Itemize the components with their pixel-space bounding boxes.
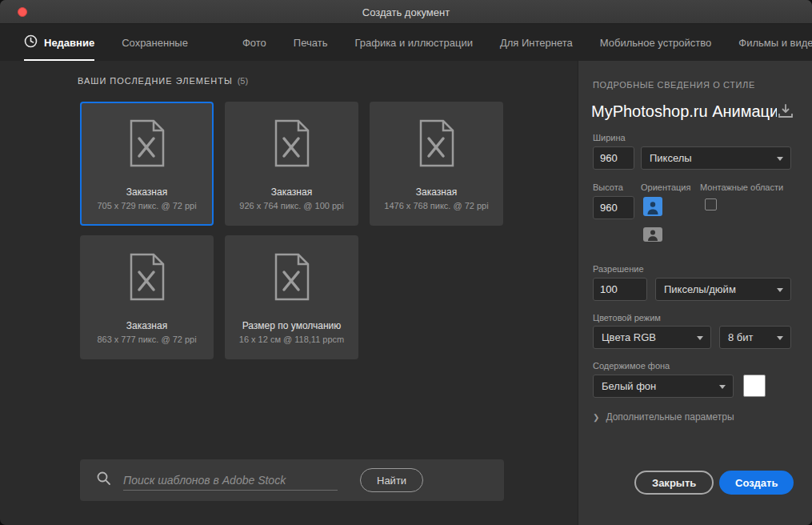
tab-label: Фото <box>242 37 266 49</box>
bit-depth-select[interactable]: 8 бит <box>719 326 791 349</box>
width-label: Ширина <box>593 133 626 142</box>
tab-label: Недавние <box>44 37 94 49</box>
recent-item-name: Заказная <box>271 186 312 198</box>
advanced-options-label: Дополнительные параметры <box>606 411 734 423</box>
document-icon <box>271 253 313 303</box>
background-color-swatch[interactable] <box>743 375 766 397</box>
width-input[interactable] <box>593 146 634 170</box>
recent-item-size: 1476 x 768 пикс. @ 72 ppi <box>384 201 488 210</box>
recent-item-size: 16 x 12 см @ 118,11 ppcm <box>239 335 344 344</box>
tab-bar: Недавние Сохраненные Фото Печать Графика… <box>0 24 812 61</box>
color-mode-select[interactable]: Цвета RGB <box>593 326 711 349</box>
resolution-unit-select[interactable]: Пикселы/дюйм <box>655 278 791 301</box>
background-label: Содержимое фона <box>593 361 670 371</box>
save-preset-icon <box>778 109 794 121</box>
width-unit-select[interactable]: Пикселы <box>641 146 791 170</box>
recent-item-name: Размер по умолчанию <box>242 320 342 331</box>
window-title: Создать документ <box>0 0 812 24</box>
bit-depth-value: 8 бит <box>728 331 754 343</box>
recent-item-2[interactable]: Заказная 926 x 764 пикс. @ 100 ppi <box>225 102 358 226</box>
background-value: Белый фон <box>602 380 656 392</box>
landscape-orientation-button[interactable] <box>642 224 663 245</box>
tab-mobile[interactable]: Мобильное устройство <box>600 24 712 61</box>
save-preset-button[interactable] <box>777 104 794 120</box>
tab-label: Фильмы и видео <box>738 37 812 49</box>
artboards-label: Монтажные области <box>700 182 783 192</box>
tab-label: Печать <box>294 37 328 49</box>
recent-item-1[interactable]: Заказная 705 x 729 пикс. @ 72 ppi <box>80 102 214 226</box>
close-button[interactable]: Закрыть <box>634 471 714 495</box>
document-title-input[interactable] <box>591 99 777 123</box>
tab-film-video[interactable]: Фильмы и видео <box>738 24 812 61</box>
portrait-orientation-button[interactable] <box>642 196 663 217</box>
tab-label: Графика и иллюстрации <box>354 37 472 49</box>
color-mode-value: Цвета RGB <box>602 331 656 343</box>
recent-header-text: ВАШИ ПОСЛЕДНИЕ ЭЛЕМЕНТЫ <box>78 76 233 86</box>
recent-item-size: 926 x 764 пикс. @ 100 ppi <box>239 201 343 210</box>
width-unit-value: Пикселы <box>650 152 692 164</box>
recent-item-4[interactable]: Заказная 863 x 777 пикс. @ 72 ppi <box>80 235 214 359</box>
recent-item-name: Заказная <box>126 186 167 198</box>
stock-search-input[interactable] <box>123 470 338 491</box>
document-icon <box>416 119 458 169</box>
tab-photo[interactable]: Фото <box>242 24 266 61</box>
tab-label: Для Интернета <box>500 37 573 49</box>
preset-details-panel: ПОДРОБНЫЕ СВЕДЕНИЯ О СТИЛЕ Ширина Пиксел… <box>578 61 812 525</box>
create-document-dialog: Создать документ Недавние Сохраненные Фо… <box>0 0 812 525</box>
tab-label: Сохраненные <box>122 37 188 49</box>
resolution-unit-value: Пикселы/дюйм <box>664 283 736 295</box>
clock-icon <box>24 34 38 50</box>
chevron-right-icon: ❯ <box>593 413 599 422</box>
recent-item-size: 705 x 729 пикс. @ 72 ppi <box>97 201 196 210</box>
tab-graphics-illustrations[interactable]: Графика и иллюстрации <box>354 24 472 61</box>
recent-count: (5) <box>238 76 248 86</box>
orientation-label: Ориентация <box>641 182 690 192</box>
portrait-icon <box>642 207 663 219</box>
recent-items-grid: Заказная 705 x 729 пикс. @ 72 ppi Заказн… <box>80 102 503 359</box>
height-input[interactable] <box>593 196 634 219</box>
title-bar: Создать документ <box>0 0 812 24</box>
search-icon <box>96 471 112 490</box>
tab-saved[interactable]: Сохраненные <box>122 24 188 61</box>
recent-item-3[interactable]: Заказная 1476 x 768 пикс. @ 72 ppi <box>370 102 503 226</box>
resolution-input[interactable] <box>593 278 647 301</box>
tab-label: Мобильное устройство <box>600 37 712 49</box>
adobe-stock-search-bar: Найти <box>80 459 504 501</box>
details-header: ПОДРОБНЫЕ СВЕДЕНИЯ О СТИЛЕ <box>593 80 755 90</box>
recent-item-name: Заказная <box>126 320 167 331</box>
color-mode-label: Цветовой режим <box>593 313 661 323</box>
find-button[interactable]: Найти <box>360 468 423 492</box>
tab-recent[interactable]: Недавние <box>24 24 94 61</box>
tab-web[interactable]: Для Интернета <box>500 24 573 61</box>
artboards-checkbox[interactable] <box>705 198 717 210</box>
landscape-icon <box>642 235 663 247</box>
background-select[interactable]: Белый фон <box>593 375 734 398</box>
recent-items-header: ВАШИ ПОСЛЕДНИЕ ЭЛЕМЕНТЫ(5) <box>78 76 248 86</box>
document-icon <box>126 253 168 303</box>
tab-print[interactable]: Печать <box>294 24 328 61</box>
document-icon <box>271 119 313 169</box>
height-label: Высота <box>593 182 623 192</box>
create-button[interactable]: Создать <box>719 471 794 495</box>
recent-item-5[interactable]: Размер по умолчанию 16 x 12 см @ 118,11 … <box>225 235 358 359</box>
document-icon <box>126 119 168 169</box>
advanced-options-toggle[interactable]: ❯ Дополнительные параметры <box>593 411 734 423</box>
recent-item-size: 863 x 777 пикс. @ 72 ppi <box>97 335 196 344</box>
resolution-label: Разрешение <box>593 264 644 274</box>
recent-item-name: Заказная <box>416 186 457 198</box>
